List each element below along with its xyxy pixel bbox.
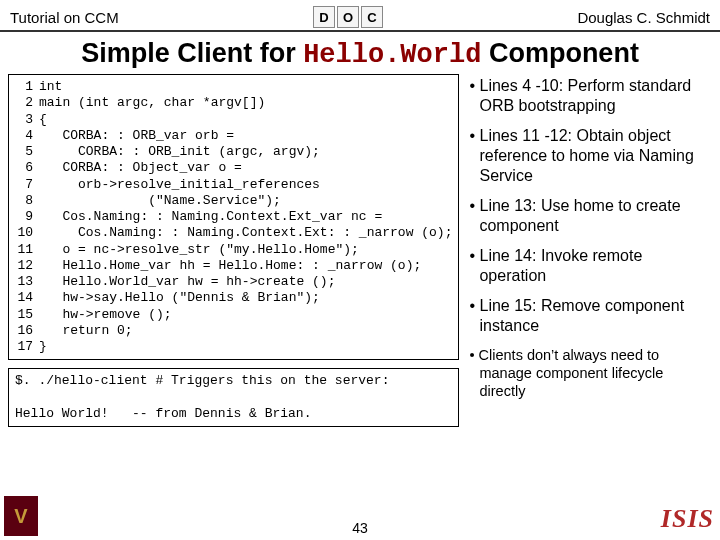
code-line: 9 Cos.Naming: : Naming.Context.Ext_var n… bbox=[15, 209, 452, 225]
code-text: Hello.World_var hw = hh->create (); bbox=[39, 274, 335, 290]
code-text: { bbox=[39, 112, 47, 128]
code-line: 4 CORBA: : ORB_var orb = bbox=[15, 128, 452, 144]
code-listing: 1int2main (int argc, char *argv[])3{4 CO… bbox=[8, 74, 459, 360]
line-number: 7 bbox=[15, 177, 39, 193]
logo-letter: D bbox=[313, 6, 335, 28]
code-line: 3{ bbox=[15, 112, 452, 128]
code-line: 17} bbox=[15, 339, 452, 355]
terminal-line: Hello World! -- from Dennis & Brian. bbox=[15, 406, 311, 421]
line-number: 17 bbox=[15, 339, 39, 355]
code-text: hw->say.Hello ("Dennis & Brian"); bbox=[39, 290, 320, 306]
code-line: 5 CORBA: : ORB_init (argc, argv); bbox=[15, 144, 452, 160]
line-number: 9 bbox=[15, 209, 39, 225]
code-line: 16 return 0; bbox=[15, 323, 452, 339]
code-line: 11 o = nc->resolve_str ("my.Hello.Home")… bbox=[15, 242, 452, 258]
line-number: 4 bbox=[15, 128, 39, 144]
header-right: Douglas C. Schmidt bbox=[577, 9, 710, 26]
line-number: 13 bbox=[15, 274, 39, 290]
slide-title: Simple Client for Hello.World Component bbox=[0, 38, 720, 70]
line-number: 12 bbox=[15, 258, 39, 274]
code-line: 6 CORBA: : Object_var o = bbox=[15, 160, 452, 176]
code-text: int bbox=[39, 79, 62, 95]
code-text: orb->resolve_initial_references bbox=[39, 177, 320, 193]
bullet-item: • Line 14: Invoke remote operation bbox=[465, 246, 712, 286]
code-text: CORBA: : ORB_var orb = bbox=[39, 128, 234, 144]
code-line: 12 Hello.Home_var hh = Hello.Home: : _na… bbox=[15, 258, 452, 274]
code-line: 8 ("Name.Service"); bbox=[15, 193, 452, 209]
code-text: Cos.Naming: : Naming.Context.Ext_var nc … bbox=[39, 209, 382, 225]
code-line: 1int bbox=[15, 79, 452, 95]
code-text: CORBA: : Object_var o = bbox=[39, 160, 242, 176]
line-number: 10 bbox=[15, 225, 39, 241]
bullet-item: • Lines 4 -10: Perform standard ORB boot… bbox=[465, 76, 712, 116]
terminal-line: $. ./hello-client # Triggers this on the… bbox=[15, 373, 389, 388]
line-number: 1 bbox=[15, 79, 39, 95]
code-text: return 0; bbox=[39, 323, 133, 339]
doc-logo: D O C bbox=[313, 6, 383, 28]
code-text: CORBA: : ORB_init (argc, argv); bbox=[39, 144, 320, 160]
code-line: 14 hw->say.Hello ("Dennis & Brian"); bbox=[15, 290, 452, 306]
line-number: 14 bbox=[15, 290, 39, 306]
title-mono: Hello.World bbox=[303, 40, 481, 70]
code-text: Cos.Naming: : Naming.Context.Ext: : _nar… bbox=[39, 225, 452, 241]
code-text: o = nc->resolve_str ("my.Hello.Home"); bbox=[39, 242, 359, 258]
isis-logo: ISIS bbox=[661, 504, 714, 534]
bullet-list: • Lines 4 -10: Perform standard ORB boot… bbox=[465, 74, 712, 435]
title-prefix: Simple Client for bbox=[81, 38, 303, 68]
title-suffix: Component bbox=[481, 38, 638, 68]
logo-letter: O bbox=[337, 6, 359, 28]
line-number: 8 bbox=[15, 193, 39, 209]
code-text: Hello.Home_var hh = Hello.Home: : _narro… bbox=[39, 258, 421, 274]
code-text: main (int argc, char *argv[]) bbox=[39, 95, 265, 111]
page-number: 43 bbox=[0, 520, 720, 536]
line-number: 2 bbox=[15, 95, 39, 111]
code-line: 15 hw->remove (); bbox=[15, 307, 452, 323]
line-number: 11 bbox=[15, 242, 39, 258]
bullet-item: • Lines 11 -12: Obtain object reference … bbox=[465, 126, 712, 186]
code-text: hw->remove (); bbox=[39, 307, 172, 323]
bullet-sub-item: • Clients don’t always need to manage co… bbox=[465, 346, 712, 400]
line-number: 3 bbox=[15, 112, 39, 128]
code-line: 13 Hello.World_var hw = hh->create (); bbox=[15, 274, 452, 290]
code-text: ("Name.Service"); bbox=[39, 193, 281, 209]
line-number: 15 bbox=[15, 307, 39, 323]
code-line: 7 orb->resolve_initial_references bbox=[15, 177, 452, 193]
code-line: 2main (int argc, char *argv[]) bbox=[15, 95, 452, 111]
bullet-item: • Line 15: Remove component instance bbox=[465, 296, 712, 336]
code-line: 10 Cos.Naming: : Naming.Context.Ext: : _… bbox=[15, 225, 452, 241]
line-number: 6 bbox=[15, 160, 39, 176]
terminal-output: $. ./hello-client # Triggers this on the… bbox=[8, 368, 459, 427]
logo-letter: C bbox=[361, 6, 383, 28]
code-text: } bbox=[39, 339, 47, 355]
header-left: Tutorial on CCM bbox=[10, 9, 119, 26]
bullet-item: • Line 13: Use home to create component bbox=[465, 196, 712, 236]
line-number: 16 bbox=[15, 323, 39, 339]
line-number: 5 bbox=[15, 144, 39, 160]
